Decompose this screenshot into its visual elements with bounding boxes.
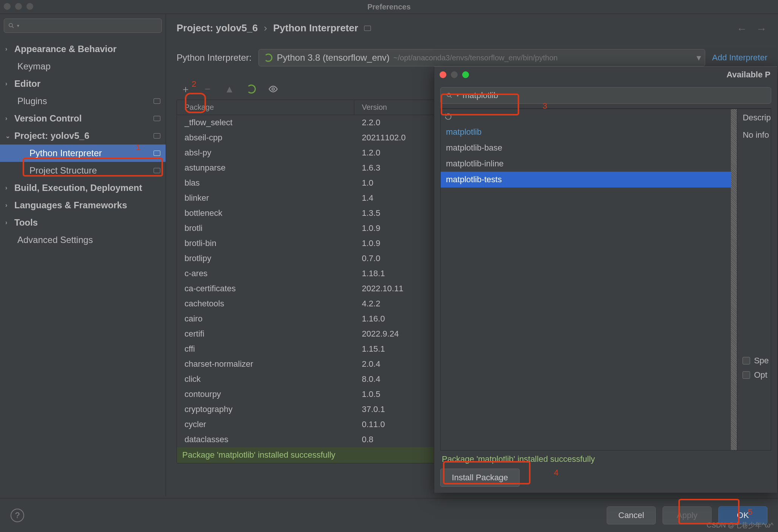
option-label: Spe xyxy=(754,356,769,366)
pkg-name: cycler xyxy=(177,420,354,429)
sidebar-search[interactable]: ▾ xyxy=(4,18,162,33)
chevron-right-icon: › xyxy=(5,80,11,87)
sidebar-label: Advanced Settings xyxy=(17,235,93,245)
pkg-name: click xyxy=(177,374,354,384)
sidebar-item-vcs[interactable]: ›Version Control xyxy=(0,110,166,127)
interpreter-dropdown[interactable]: Python 3.8 (tensorflow_env) ~/opt/anacon… xyxy=(258,49,705,66)
pkg-name: absl-py xyxy=(177,148,354,158)
sidebar-item-editor[interactable]: ›Editor xyxy=(0,75,166,92)
checkbox-icon xyxy=(743,357,750,364)
specify-version-option[interactable]: Spe xyxy=(743,356,771,366)
sidebar-label: Tools xyxy=(14,217,38,228)
interpreter-label: Python Interpreter: xyxy=(177,52,252,63)
search-icon xyxy=(8,22,15,29)
pkg-name: blinker xyxy=(177,193,354,203)
breadcrumb-project: Project: yolov5_6 xyxy=(177,22,258,34)
pkg-version: 1.16.0 xyxy=(354,314,385,324)
pkg-name: _tflow_select xyxy=(177,118,354,128)
result-row[interactable]: matplotlib-tests xyxy=(441,172,737,188)
python-ring-icon xyxy=(264,54,272,62)
pkg-version: 2.2.0 xyxy=(354,118,380,128)
show-early-button[interactable] xyxy=(266,81,281,97)
pkg-version: 1.3.5 xyxy=(354,208,380,218)
remove-package-button[interactable]: − xyxy=(200,81,215,97)
pkg-version: 0.11.0 xyxy=(354,420,385,429)
chevron-right-icon: › xyxy=(5,115,11,122)
result-row[interactable]: matplotlib xyxy=(441,124,737,140)
interpreter-path: ~/opt/anaconda3/envs/tensorflow_env/bin/… xyxy=(394,54,558,62)
close-dot[interactable] xyxy=(4,3,11,10)
eye-icon xyxy=(268,84,278,94)
zoom-dot[interactable] xyxy=(26,3,33,10)
package-details: Descrip No info Spe Opt xyxy=(737,109,771,451)
popup-close-icon[interactable] xyxy=(440,71,446,78)
sidebar-item-appearance[interactable]: ›Appearance & Behavior xyxy=(0,40,166,58)
sidebar-label: Plugins xyxy=(17,96,47,106)
breadcrumb-sep: › xyxy=(264,22,267,34)
pkg-version: 1.2.0 xyxy=(354,148,380,158)
sidebar-item-build[interactable]: ›Build, Execution, Deployment xyxy=(0,179,166,197)
search-icon xyxy=(446,92,453,99)
pkg-name: abseil-cpp xyxy=(177,133,354,143)
description-text: No info xyxy=(743,130,771,140)
refresh-icon xyxy=(247,85,256,94)
sidebar-label: Project Structure xyxy=(29,165,97,176)
sidebar-label: Editor xyxy=(14,78,40,89)
sidebar-item-keymap[interactable]: Keymap xyxy=(0,58,166,75)
svg-point-3 xyxy=(447,93,451,97)
pkg-version: 1.0.9 xyxy=(354,238,380,248)
add-package-button[interactable]: ＋ xyxy=(178,81,193,97)
pkg-name: brotli xyxy=(177,223,354,233)
pkg-name: cachetools xyxy=(177,299,354,309)
nav-arrows: ← → xyxy=(736,23,767,35)
add-interpreter-link[interactable]: Add Interpreter xyxy=(712,53,767,63)
help-button[interactable]: ? xyxy=(11,509,24,522)
watermark: CSDN @七巷少年^ω^ xyxy=(707,521,773,530)
pkg-name: certifi xyxy=(177,329,354,339)
pkg-version: 1.6.3 xyxy=(354,163,380,173)
sidebar-item-project-structure[interactable]: Project Structure xyxy=(0,162,166,179)
sidebar-item-tools[interactable]: ›Tools xyxy=(0,214,166,231)
pkg-version: 1.15.1 xyxy=(354,344,385,354)
sidebar-item-project[interactable]: ⌄Project: yolov5_6 xyxy=(0,127,166,145)
install-package-button[interactable]: Install Package xyxy=(440,469,520,487)
checkbox-icon xyxy=(743,371,750,379)
refresh-button[interactable] xyxy=(244,81,259,97)
nav-fwd-icon[interactable]: → xyxy=(756,23,767,35)
project-scope-icon xyxy=(154,116,160,121)
scrollbar[interactable] xyxy=(731,109,737,450)
sidebar-item-python-interpreter[interactable]: Python Interpreter xyxy=(0,145,166,162)
package-search-input[interactable]: ▾ matplotlib xyxy=(440,87,771,104)
result-row[interactable]: matplotlib-base xyxy=(441,140,737,156)
pkg-version: 1.0 xyxy=(354,178,374,188)
popup-min-icon[interactable] xyxy=(451,71,458,78)
apply-button[interactable]: Apply xyxy=(663,506,712,524)
breadcrumb-page: Python Interpreter xyxy=(273,22,358,34)
popup-zoom-icon[interactable] xyxy=(462,71,469,78)
upgrade-package-button[interactable]: ▲ xyxy=(222,81,237,97)
pkg-name: cryptography xyxy=(177,404,354,414)
cancel-button[interactable]: Cancel xyxy=(607,506,656,524)
sidebar: ▾ ›Appearance & Behavior Keymap ›Editor … xyxy=(0,14,166,497)
col-package[interactable]: Package xyxy=(177,100,354,115)
sidebar-item-plugins[interactable]: Plugins xyxy=(0,92,166,110)
refresh-results[interactable] xyxy=(441,109,737,124)
search-value: matplotlib xyxy=(463,91,498,100)
refresh-icon xyxy=(444,113,452,120)
result-row[interactable]: matplotlib-inline xyxy=(441,156,737,172)
project-scope-icon xyxy=(154,168,160,173)
min-dot[interactable] xyxy=(15,3,22,10)
col-version[interactable]: Version xyxy=(354,103,387,112)
pkg-version: 0.7.0 xyxy=(354,254,380,263)
search-dropdown-icon: ▾ xyxy=(457,93,459,98)
nav-back-icon[interactable]: ← xyxy=(736,23,747,35)
pkg-version: 1.18.1 xyxy=(354,269,385,278)
sidebar-item-advanced[interactable]: Advanced Settings xyxy=(0,231,166,249)
chevron-right-icon: › xyxy=(5,219,11,226)
popup-window-controls xyxy=(440,71,469,78)
sidebar-label: Languages & Frameworks xyxy=(14,200,127,211)
sidebar-item-languages[interactable]: ›Languages & Frameworks xyxy=(0,197,166,214)
options-option[interactable]: Opt xyxy=(743,370,771,380)
pkg-name: charset-normalizer xyxy=(177,359,354,369)
pkg-version: 2022.10.11 xyxy=(354,284,403,294)
